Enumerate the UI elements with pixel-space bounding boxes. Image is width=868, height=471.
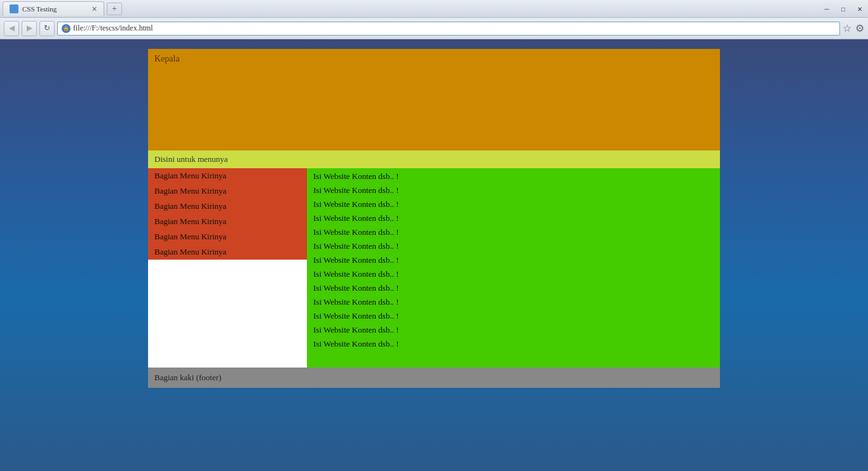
- browser-titlebar: CSS Testing ✕ + ─ □ ✕: [0, 0, 868, 18]
- main-content: Isi Website Konten dsb.. !Isi Website Ko…: [307, 168, 720, 368]
- sidebar-items: Bagian Menu KirinyaBagian Menu KirinyaBa…: [148, 168, 307, 260]
- tab-title: CSS Testing: [22, 5, 57, 13]
- window-controls: ─ □ ✕: [818, 0, 868, 18]
- settings-icon[interactable]: ⚙: [855, 22, 864, 34]
- content-item: Isi Website Konten dsb.. !: [313, 281, 714, 295]
- address-bar[interactable]: 🔒 file:///F:/tescss/index.html: [57, 22, 840, 36]
- refresh-button[interactable]: ↻: [39, 21, 55, 36]
- address-text: file:///F:/tescss/index.html: [73, 23, 153, 33]
- content-item: Isi Website Konten dsb.. !: [313, 309, 714, 323]
- new-tab-button[interactable]: +: [107, 3, 122, 15]
- content-item: Isi Website Konten dsb.. !: [313, 183, 714, 197]
- close-button[interactable]: ✕: [851, 0, 868, 18]
- sidebar-item[interactable]: Bagian Menu Kirinya: [148, 183, 307, 199]
- content-item: Isi Website Konten dsb.. !: [313, 295, 714, 309]
- content-items: Isi Website Konten dsb.. !Isi Website Ko…: [313, 169, 714, 351]
- footer-text: Bagian kaki (footer): [154, 373, 221, 382]
- page-background: Kepala Disini untuk menunya Bagian Menu …: [0, 39, 868, 471]
- sidebar-item[interactable]: Bagian Menu Kirinya: [148, 244, 307, 260]
- sidebar-item[interactable]: Bagian Menu Kirinya: [148, 214, 307, 229]
- menu-bar: Disini untuk menunya: [148, 150, 720, 168]
- content-wrapper: Bagian Menu KirinyaBagian Menu KirinyaBa…: [148, 168, 720, 368]
- sidebar-bottom: [148, 260, 307, 368]
- sidebar: Bagian Menu KirinyaBagian Menu KirinyaBa…: [148, 168, 307, 368]
- sidebar-item[interactable]: Bagian Menu Kirinya: [148, 199, 307, 214]
- content-item: Isi Website Konten dsb.. !: [313, 239, 714, 253]
- tab-close-button[interactable]: ✕: [92, 5, 97, 13]
- content-item: Isi Website Konten dsb.. !: [313, 267, 714, 281]
- tab-favicon: [10, 4, 18, 13]
- content-item: Isi Website Konten dsb.. !: [313, 337, 714, 351]
- browser-tab[interactable]: CSS Testing ✕: [3, 1, 104, 16]
- page-container: Kepala Disini untuk menunya Bagian Menu …: [148, 49, 720, 461]
- sidebar-item[interactable]: Bagian Menu Kirinya: [148, 229, 307, 244]
- bookmark-icon[interactable]: ☆: [843, 22, 851, 34]
- browser-window: CSS Testing ✕ + ─ □ ✕ ◀ ▶ ↻ 🔒 file:///F:…: [0, 0, 868, 471]
- minimize-button[interactable]: ─: [818, 0, 835, 18]
- toolbar-right: ☆ ⚙: [843, 22, 864, 34]
- header-text: Kepala: [154, 54, 180, 63]
- menu-text: Disini untuk menunya: [154, 154, 228, 164]
- content-item: Isi Website Konten dsb.. !: [313, 253, 714, 267]
- content-item: Isi Website Konten dsb.. !: [313, 197, 714, 211]
- content-item: Isi Website Konten dsb.. !: [313, 323, 714, 337]
- address-icon: 🔒: [62, 24, 71, 33]
- content-item: Isi Website Konten dsb.. !: [313, 169, 714, 183]
- maximize-button[interactable]: □: [835, 0, 851, 18]
- forward-button[interactable]: ▶: [22, 21, 37, 36]
- back-button[interactable]: ◀: [4, 21, 19, 36]
- sidebar-item[interactable]: Bagian Menu Kirinya: [148, 168, 307, 183]
- browser-toolbar: ◀ ▶ ↻ 🔒 file:///F:/tescss/index.html ☆ ⚙: [0, 18, 868, 39]
- page-footer: Bagian kaki (footer): [148, 368, 720, 388]
- content-item: Isi Website Konten dsb.. !: [313, 211, 714, 225]
- content-item: Isi Website Konten dsb.. !: [313, 225, 714, 239]
- page-header: Kepala: [148, 49, 720, 150]
